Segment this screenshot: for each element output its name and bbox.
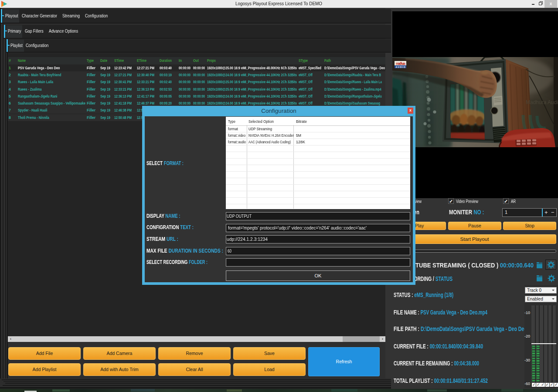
svg-text:madhura: madhura xyxy=(396,61,406,66)
svg-text:AUDIO: AUDIO xyxy=(396,66,406,68)
